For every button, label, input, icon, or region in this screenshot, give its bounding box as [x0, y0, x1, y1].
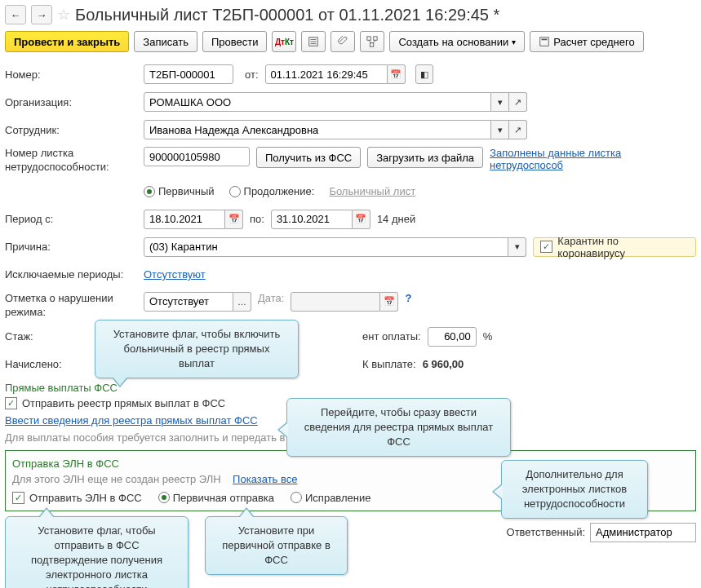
- attach-icon-button[interactable]: [331, 31, 355, 52]
- responsible-input[interactable]: [590, 523, 696, 542]
- calendar-icon[interactable]: 📅: [225, 210, 243, 229]
- tooltip-flag: Установите флаг, чтобы включить больничн…: [95, 320, 299, 379]
- pay-percent-label: ент оплаты:: [362, 330, 421, 343]
- from-label: от:: [245, 69, 259, 81]
- tooltip-primary: Установите при первичной отправке в ФСС: [205, 516, 348, 576]
- coronavirus-checkbox[interactable]: ✓ Карантин по коронавирусу: [533, 237, 696, 257]
- svg-rect-10: [542, 39, 548, 41]
- excluded-periods-link[interactable]: Отсутствуют: [144, 268, 206, 281]
- show-all-link[interactable]: Показать все: [233, 473, 297, 485]
- period-from-label: Период с:: [5, 213, 137, 225]
- violation-label: Отметка о нарушении режима:: [5, 292, 137, 320]
- tooltip-link: Перейдите, чтобы сразу ввести сведения д…: [286, 398, 511, 458]
- employee-label: Сотрудник:: [5, 124, 137, 136]
- pay-percent-input[interactable]: [428, 327, 477, 347]
- date-input[interactable]: [265, 64, 388, 84]
- open-icon[interactable]: ↗: [509, 92, 527, 112]
- load-from-file-button[interactable]: Загрузить из файла: [367, 147, 483, 168]
- extra-icon[interactable]: ◧: [415, 64, 433, 84]
- tooltip-send-flag: Установите флаг, чтобы отправить в ФСС п…: [5, 516, 189, 588]
- svg-rect-9: [540, 38, 549, 46]
- to-pay-value: 6 960,00: [423, 358, 464, 370]
- enter-info-link[interactable]: Ввести сведения для реестра прямых выпла…: [5, 414, 258, 427]
- number-label: Номер:: [5, 69, 137, 81]
- eln-fix-radio[interactable]: Исправление: [291, 492, 370, 504]
- period-to-label: по:: [250, 213, 264, 225]
- save-button[interactable]: Записать: [134, 31, 197, 52]
- direct-pay-title: Прямые выплаты ФСС: [5, 382, 696, 394]
- period-from-input[interactable]: [144, 210, 225, 229]
- reason-label: Причина:: [5, 241, 137, 253]
- sheet-no-input[interactable]: [144, 147, 250, 166]
- dtkt-icon-button[interactable]: ДтКт: [272, 31, 296, 52]
- dropdown-icon[interactable]: ▾: [491, 120, 509, 139]
- continuation-radio[interactable]: Продолжение:: [229, 185, 315, 197]
- to-pay-label: К выплате:: [362, 358, 416, 370]
- dropdown-icon[interactable]: ▾: [508, 237, 526, 257]
- dropdown-icon[interactable]: ▾: [491, 92, 509, 112]
- send-eln-checkbox[interactable]: ✓ Отправить ЭЛН в ФСС: [12, 492, 142, 504]
- page-title: Больничный лист Т2БП-000001 от 01.11.202…: [75, 6, 499, 24]
- get-from-fss-button[interactable]: Получить из ФСС: [256, 147, 361, 168]
- post-button[interactable]: Провести: [202, 31, 268, 52]
- favorite-icon[interactable]: ☆: [57, 6, 70, 24]
- employee-input[interactable]: [144, 120, 491, 139]
- nav-back-button[interactable]: ←: [5, 5, 26, 24]
- send-registry-checkbox[interactable]: ✓ Отправить реестр прямых выплат в ФСС: [5, 397, 225, 409]
- tooltip-additional: Дополнительно для электронных листков не…: [501, 460, 648, 519]
- days-text: 14 дней: [377, 213, 415, 225]
- violation-input[interactable]: [144, 292, 233, 312]
- date-label: Дата:: [258, 292, 284, 304]
- org-label: Организация:: [5, 96, 137, 108]
- sheet-no-label: Номер листка нетрудоспособности:: [5, 147, 137, 175]
- calc-average-button[interactable]: Расчет среднего: [530, 31, 643, 52]
- help-icon[interactable]: ?: [405, 292, 411, 304]
- svg-line-8: [373, 40, 376, 43]
- eln-not-created: Для этого ЭЛН еще не создан реестр ЭЛН: [12, 473, 221, 485]
- post-and-close-button[interactable]: Провести и закрыть: [5, 31, 129, 52]
- svg-rect-6: [370, 43, 374, 46]
- svg-rect-5: [374, 37, 377, 40]
- reason-input[interactable]: [144, 237, 508, 257]
- responsible-label: Ответственный:: [507, 526, 585, 538]
- percent-sign: %: [483, 330, 493, 343]
- create-based-button[interactable]: Создать на основании▾: [389, 31, 525, 52]
- open-icon[interactable]: ↗: [509, 120, 527, 139]
- more-icon[interactable]: …: [233, 292, 251, 312]
- org-input[interactable]: [144, 92, 491, 112]
- nav-forward-button[interactable]: →: [31, 5, 52, 24]
- continuation-link: Больничный лист: [329, 185, 415, 197]
- eln-primary-radio[interactable]: Первичная отправка: [158, 492, 274, 504]
- violation-date-input: [291, 292, 380, 312]
- report-icon-button[interactable]: [301, 31, 326, 52]
- excluded-periods-label: Исключаемые периоды:: [5, 268, 137, 281]
- calendar-icon[interactable]: 📅: [388, 64, 406, 84]
- calendar-icon[interactable]: 📅: [353, 210, 370, 229]
- svg-rect-4: [367, 37, 370, 40]
- number-input[interactable]: [144, 64, 233, 84]
- primary-radio[interactable]: Первичный: [144, 185, 215, 197]
- filled-link[interactable]: Заполнены данные листка нетрудоспособ: [490, 147, 696, 171]
- calendar-icon[interactable]: 📅: [380, 292, 398, 312]
- svg-line-7: [369, 40, 372, 43]
- structure-icon-button[interactable]: [360, 31, 384, 52]
- period-to-input[interactable]: [271, 210, 353, 229]
